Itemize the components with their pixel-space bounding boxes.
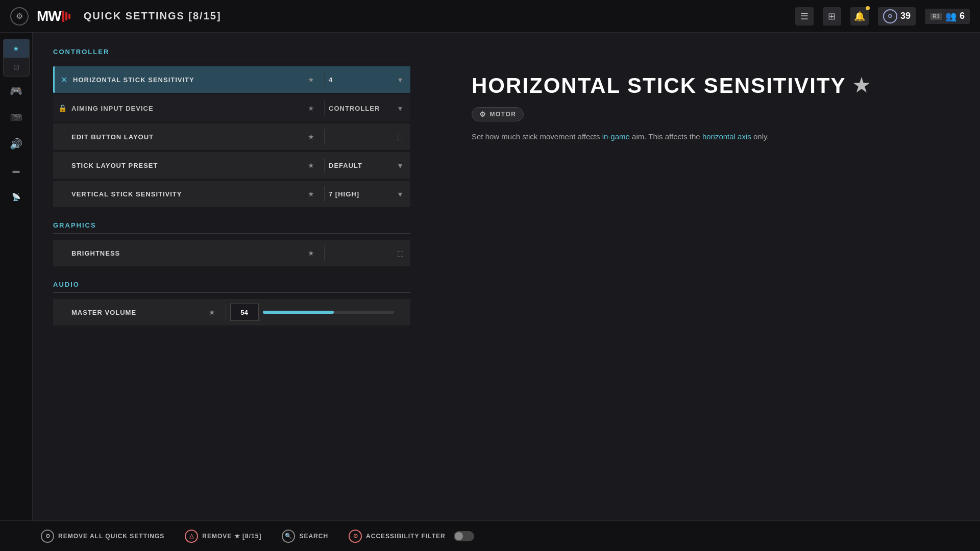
remove-star-label: REMOVE ★ [8/15]: [202, 533, 261, 540]
row-aiming-input-device[interactable]: 🔒 AIMING INPUT DEVICE ★ CONTROLLER ▾: [53, 95, 410, 121]
row-value-stick-layout: DEFAULT: [329, 162, 390, 169]
external-link-icon-brightness[interactable]: ⬚: [390, 249, 410, 257]
sidebar-item-network[interactable]: 📡: [3, 185, 30, 209]
divider: [226, 305, 226, 320]
bell-icon-wrap[interactable]: 🔔: [850, 7, 869, 26]
remove-all-label: REMOVE ALL QUICK SETTINGS: [58, 533, 164, 540]
xp-count: 39: [900, 11, 911, 21]
divider: [324, 129, 325, 144]
row-horizontal-stick-sensitivity[interactable]: ✕ HORIZONTAL STICK SENSITIVITY ★ 4 ▾: [53, 66, 410, 93]
bottom-bar: ⊙ REMOVE ALL QUICK SETTINGS △ REMOVE ★ […: [0, 520, 980, 551]
star-icon-brightness[interactable]: ★: [302, 249, 320, 257]
dropdown-arrow-horizontal[interactable]: ▾: [390, 75, 410, 85]
divider: [324, 101, 325, 116]
dropdown-arrow-aiming[interactable]: ▾: [390, 104, 410, 113]
row-brightness[interactable]: BRIGHTNESS ★ ⬚: [53, 240, 410, 266]
top-bar-left: ⚙ MW QUICK SETTINGS [8/15]: [10, 7, 222, 26]
dropdown-arrow-vertical[interactable]: ▾: [390, 189, 410, 199]
sidebar-item-favorites[interactable]: ★: [4, 39, 29, 58]
r3-label: R3: [930, 13, 942, 20]
sidebar-item-keyboard[interactable]: ⌨: [3, 105, 30, 130]
settings-icon[interactable]: ⚙: [10, 7, 29, 26]
search-icon: 🔍: [282, 530, 295, 543]
audio-section-header: AUDIO: [53, 281, 410, 293]
remove-all-action[interactable]: ⊙ REMOVE ALL QUICK SETTINGS: [41, 530, 164, 543]
sidebar-tabs-group: ★ ⊡: [3, 39, 30, 77]
top-bar-right: ☰ ⊞ 🔔 ⊙ 39 R3 👥 6: [795, 7, 970, 26]
search-label: SEARCH: [299, 533, 328, 540]
star-icon-vertical[interactable]: ★: [302, 190, 320, 198]
star-icon-edit-button[interactable]: ★: [302, 133, 320, 141]
row-value-horizontal: 4: [329, 76, 390, 84]
search-action[interactable]: 🔍 SEARCH: [282, 530, 328, 543]
accessibility-icon: ⊙: [349, 530, 362, 543]
remove-star-icon: △: [185, 530, 198, 543]
row-stick-layout-preset[interactable]: STICK LAYOUT PRESET ★ DEFAULT ▾: [53, 152, 410, 179]
remove-all-icon: ⊙: [41, 530, 54, 543]
divider: [324, 158, 325, 173]
volume-value[interactable]: 54: [230, 304, 259, 321]
row-value-vertical: 7 [HIGH]: [329, 190, 390, 198]
grid-icon[interactable]: ⊞: [823, 7, 841, 26]
desc-link-axis[interactable]: horizontal axis: [702, 132, 751, 141]
list-icon[interactable]: ☰: [795, 7, 814, 26]
lock-icon: 🔒: [53, 104, 71, 112]
detail-panel: HORIZONTAL STICK SENSITIVITY ★ ⚙ MOTOR S…: [431, 33, 980, 520]
divider: [324, 186, 325, 202]
graphics-section-header: GRAPHICS: [53, 221, 410, 234]
sidebar-item-recents[interactable]: ⊡: [4, 58, 29, 76]
xp-icon: ⊙: [883, 9, 897, 23]
divider: [324, 245, 325, 261]
remove-star-action[interactable]: △ REMOVE ★ [8/15]: [185, 530, 261, 543]
close-icon[interactable]: ✕: [55, 75, 73, 85]
star-icon-stick-layout[interactable]: ★: [302, 161, 320, 169]
row-value-aiming: CONTROLLER: [329, 105, 390, 112]
motor-badge: ⚙ MOTOR: [472, 107, 524, 121]
row-label-master-volume: MASTER VOLUME: [71, 309, 203, 316]
sidebar-item-audio[interactable]: 🔊: [3, 132, 30, 156]
detail-title-star: ★: [853, 75, 870, 96]
logo-text: MW: [37, 8, 70, 24]
settings-panel: CONTROLLER ✕ HORIZONTAL STICK SENSITIVIT…: [33, 33, 431, 520]
sidebar-item-display[interactable]: ▬: [3, 158, 30, 183]
row-label-edit-button: EDIT BUTTON LAYOUT: [71, 133, 302, 141]
r3-badge: R3 👥 6: [925, 9, 970, 24]
row-label-aiming: AIMING INPUT DEVICE: [71, 105, 302, 112]
row-vertical-stick-sensitivity[interactable]: VERTICAL STICK SENSITIVITY ★ 7 [HIGH] ▾: [53, 181, 410, 207]
sidebar: ★ ⊡ 🎮 ⌨ 🔊 ▬ 📡: [0, 33, 33, 520]
row-label-brightness: BRIGHTNESS: [71, 249, 302, 257]
game-logo: MW: [37, 8, 70, 24]
bell-notification-dot: [866, 6, 870, 10]
page-title: QUICK SETTINGS [8/15]: [84, 10, 222, 22]
detail-description: Set how much stick movement affects in-g…: [472, 131, 778, 143]
volume-slider-track[interactable]: [263, 311, 395, 314]
divider: [324, 72, 325, 87]
xp-badge: ⊙ 39: [878, 7, 916, 26]
desc-part1: Set how much stick movement affects: [472, 132, 602, 141]
motor-icon: ⚙: [479, 110, 487, 118]
accessibility-label: ACCESSIBILITY FILTER: [366, 533, 446, 540]
accessibility-action[interactable]: ⊙ ACCESSIBILITY FILTER: [349, 530, 474, 543]
star-icon-aiming[interactable]: ★: [302, 104, 320, 112]
audio-section: AUDIO MASTER VOLUME ★ 54: [53, 281, 410, 325]
volume-slider-fill: [263, 311, 334, 314]
star-icon-horizontal[interactable]: ★: [302, 76, 320, 84]
star-icon-master-volume[interactable]: ★: [203, 308, 222, 316]
sidebar-item-controller[interactable]: 🎮: [3, 79, 30, 103]
accessibility-toggle[interactable]: [454, 531, 474, 541]
detail-title: HORIZONTAL STICK SENSITIVITY ★: [472, 73, 939, 98]
controller-section: CONTROLLER ✕ HORIZONTAL STICK SENSITIVIT…: [53, 48, 410, 207]
top-bar: ⚙ MW QUICK SETTINGS [8/15] ☰ ⊞ 🔔 ⊙ 39 R3…: [0, 0, 980, 33]
controller-section-header: CONTROLLER: [53, 48, 410, 60]
row-label-vertical: VERTICAL STICK SENSITIVITY: [71, 190, 302, 198]
row-edit-button-layout[interactable]: EDIT BUTTON LAYOUT ★ ⬚: [53, 123, 410, 150]
row-label-stick-layout: STICK LAYOUT PRESET: [71, 162, 302, 169]
row-master-volume[interactable]: MASTER VOLUME ★ 54: [53, 299, 410, 325]
desc-part3: only.: [751, 132, 769, 141]
motor-badge-label: MOTOR: [490, 111, 517, 118]
dropdown-arrow-stick-layout[interactable]: ▾: [390, 161, 410, 170]
graphics-section: GRAPHICS BRIGHTNESS ★ ⬚: [53, 221, 410, 266]
external-link-icon-edit-button[interactable]: ⬚: [390, 133, 410, 141]
detail-title-text: HORIZONTAL STICK SENSITIVITY: [472, 73, 846, 98]
desc-link-ingame[interactable]: in-game: [602, 132, 630, 141]
